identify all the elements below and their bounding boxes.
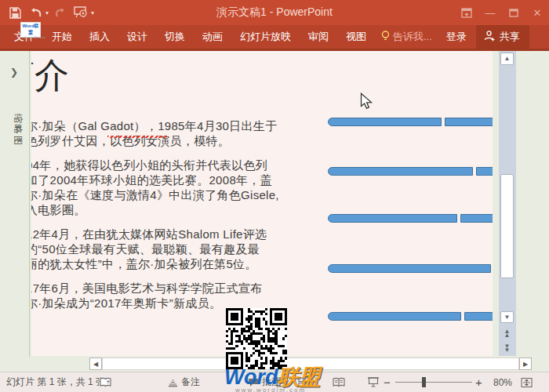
vertical-scrollbar[interactable]: ▲ ▼ ▲▲ ▼▼ [499, 51, 516, 356]
thumbnail-pane-collapsed[interactable]: ❯ 缩略图 [0, 51, 30, 357]
bar-shape[interactable] [328, 264, 505, 273]
ribbon-tab-1[interactable]: 开始 [43, 25, 81, 49]
sign-in-button[interactable]: 登录 [438, 30, 474, 44]
body-line: 12年4月，在由犹太媒体网站Shalom Life评选 [31, 227, 279, 241]
share-label: 共享 [500, 30, 520, 44]
redo-icon [52, 4, 69, 21]
body-line: 加了2004年环球小姐的选美比赛。2008年，盖 [31, 172, 279, 187]
close-icon[interactable]: ✕ [525, 0, 549, 25]
lightbulb-icon [381, 31, 390, 44]
body-paragraph: 17年6月，美国电影艺术与科学学院正式宣布尔·加朵成为“2017年奥斯卡”新成员… [31, 281, 279, 310]
vertical-scroll-thumb[interactable] [500, 174, 514, 278]
slide-title[interactable]: 简介 [31, 53, 69, 99]
bar-shapes[interactable] [328, 51, 505, 333]
zoom-slider-thumb[interactable] [422, 377, 426, 387]
ribbon-tab-8[interactable]: 视图 [337, 25, 375, 49]
scroll-down-icon[interactable]: ▼ [500, 311, 514, 323]
share-button[interactable]: 共享 [476, 25, 529, 49]
body-line: 入电影圈。 [31, 202, 279, 217]
ribbon-tab-6[interactable]: 幻灯片放映 [231, 25, 300, 49]
expand-pane-icon[interactable]: ❯ [10, 67, 18, 78]
ribbon-tab-2[interactable]: 插入 [81, 25, 118, 49]
start-slideshow-icon[interactable] [72, 4, 89, 21]
ribbon-tab-row: 文件开始插入设计切换动画幻灯片放映审阅视图 告诉我... 登录 共享 [0, 25, 549, 51]
qr-logo-url: www.wordlm.com [21, 35, 40, 39]
maximize-icon[interactable] [502, 0, 525, 25]
canvas-right-edge [516, 51, 524, 356]
tell-me-label: 告诉我... [393, 30, 432, 44]
spellcheck-status-icon[interactable] [100, 372, 112, 392]
body-line: 04年，她获得以色列小姐的头衔并代表以色列 [31, 158, 279, 172]
qr-center-logo: Word联盟 www.wordlm.com [20, 22, 41, 38]
zoom-out-button[interactable]: − [384, 372, 391, 392]
window-controls: — ✕ [455, 0, 549, 25]
notes-icon [168, 378, 178, 387]
scroll-left-icon[interactable]: ◀ [89, 358, 102, 370]
reading-view-icon[interactable] [333, 372, 345, 392]
body-paragraph: 12年4月，在由犹太媒体网站Shalom Life评选的“50位全球最有天赋、最… [31, 227, 279, 271]
save-icon[interactable] [6, 4, 24, 21]
scroll-right-icon[interactable]: ▶ [519, 358, 532, 370]
body-line: 尔·加朵（Gal Gadot），1985年4月30日出生于 [31, 118, 279, 133]
tab-tell-me[interactable]: 告诉我... [375, 30, 438, 44]
body-line: 尔·加朵在《速度与激情4》中出演了角色Gisele, [31, 187, 279, 202]
zoom-slider-track[interactable] [395, 382, 472, 383]
spellcheck-underline [107, 136, 169, 138]
bar-segment-long[interactable] [328, 264, 491, 273]
bar-segment-long[interactable] [328, 312, 461, 321]
zoom-in-button[interactable]: + [475, 372, 482, 392]
bar-shape[interactable] [328, 214, 505, 223]
slide-number-indicator[interactable]: 幻灯片 第 1 张，共 1 张 [6, 372, 105, 392]
body-paragraph: 尔·加朵（Gal Gadot），1985年4月30日出生于色列罗什艾因，以色列女… [31, 118, 279, 148]
body-paragraph: 04年，她获得以色列小姐的头衔并代表以色列加了2004年环球小姐的选美比赛。20… [31, 158, 279, 217]
customize-qat-icon[interactable]: ▾ [91, 9, 94, 16]
fit-slide-to-window-icon[interactable] [521, 372, 533, 392]
undo-dropdown-icon[interactable]: ▾ [45, 9, 49, 16]
previous-slide-icon[interactable]: ▲▲ [500, 328, 514, 339]
notes-label: 备注 [181, 376, 200, 389]
bar-shape[interactable] [328, 312, 505, 321]
scroll-up-icon[interactable]: ▲ [500, 53, 514, 65]
ribbon-tab-7[interactable]: 审阅 [300, 25, 337, 49]
qr-logo-text: Word联盟 [21, 23, 40, 35]
bar-segment-long[interactable] [328, 167, 473, 176]
title-bar: ▾ ▾ 演示文稿1 - PowerPoint — ✕ [0, 0, 549, 25]
site-watermark: Word联盟 www.wordlm.com [224, 367, 321, 392]
minimize-icon[interactable]: — [478, 0, 502, 25]
quick-access-toolbar: ▾ ▾ [0, 4, 94, 21]
thumbnail-pane-label: 缩略图 [11, 114, 24, 134]
watermark-lm: 联盟 [278, 365, 321, 389]
slideshow-view-icon[interactable] [367, 372, 380, 392]
ribbon-tab-3[interactable]: 设计 [118, 25, 156, 49]
ribbon-tab-5[interactable]: 动画 [194, 25, 231, 49]
slide-body-text[interactable]: 尔·加朵（Gal Gadot），1985年4月30日出生于色列罗什艾因，以色列女… [31, 118, 279, 320]
body-line: 17年6月，美国电影艺术与科学学院正式宣布 [31, 281, 279, 296]
mouse-cursor [359, 93, 373, 110]
notes-button[interactable]: 备注 [168, 372, 200, 392]
next-slide-icon[interactable]: ▼▼ [500, 343, 514, 354]
qr-code-watermark [226, 308, 287, 369]
bar-shape[interactable] [328, 167, 505, 176]
undo-icon[interactable] [27, 4, 44, 21]
person-plus-icon [484, 30, 496, 44]
bar-segment-long[interactable] [328, 214, 457, 223]
body-line: 的“50位全球最有天赋、最聪颖、最有趣及最 [31, 241, 279, 256]
watermark-word: Word [224, 365, 278, 389]
zoom-level[interactable]: 80% [493, 372, 512, 392]
ribbon-tab-4[interactable]: 切换 [156, 25, 194, 49]
body-line: 丽的犹太女性”中，盖尔·加朵被列在第5位。 [31, 256, 279, 271]
bar-segment-long[interactable] [328, 118, 442, 126]
bar-shape[interactable] [328, 118, 505, 126]
ribbon-display-options-icon[interactable] [455, 0, 478, 25]
canvas-gap [493, 51, 499, 356]
